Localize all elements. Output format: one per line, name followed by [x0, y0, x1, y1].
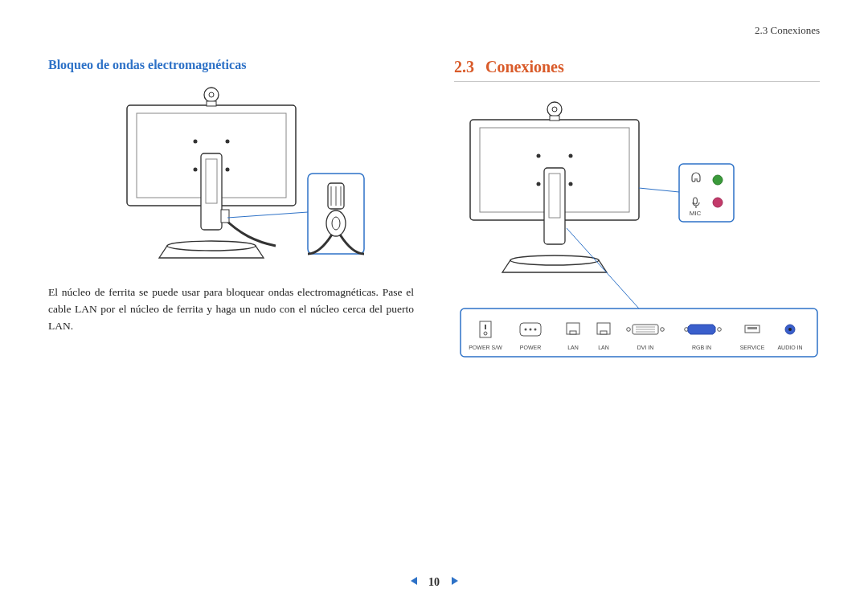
- next-page-arrow-icon[interactable]: [443, 576, 467, 589]
- svg-line-20: [227, 212, 308, 218]
- svg-point-32: [510, 255, 599, 265]
- prev-page-arrow-icon[interactable]: [402, 576, 426, 589]
- section-heading-conexiones: 2.3Conexiones: [454, 58, 820, 82]
- svg-point-57: [718, 328, 722, 332]
- page-number: 10: [428, 576, 440, 589]
- port-label-lan-2: LAN: [598, 345, 609, 350]
- svg-point-35: [713, 198, 723, 207]
- svg-point-7: [193, 168, 197, 172]
- port-label-lan-1: LAN: [567, 345, 579, 350]
- svg-point-26: [537, 154, 541, 158]
- svg-point-43: [525, 329, 527, 331]
- figure-monitor-connections: MIC POWER S/W: [454, 100, 820, 368]
- port-label-power-sw: POWER S/W: [469, 345, 502, 350]
- svg-point-50: [627, 328, 631, 332]
- page-footer: 10: [0, 575, 868, 589]
- svg-rect-47: [570, 331, 576, 334]
- svg-line-36: [639, 188, 679, 192]
- svg-point-24: [552, 107, 557, 112]
- svg-rect-31: [549, 174, 560, 218]
- left-running-head: [48, 24, 414, 39]
- svg-rect-49: [600, 331, 607, 334]
- svg-point-44: [530, 329, 532, 331]
- svg-point-11: [167, 241, 256, 251]
- svg-rect-12: [221, 210, 229, 223]
- svg-point-55: [661, 328, 665, 332]
- section-number: 2.3: [454, 58, 474, 76]
- port-label-rgb: RGB IN: [692, 345, 711, 350]
- svg-rect-25: [550, 116, 559, 121]
- port-label-audio: AUDIO IN: [777, 345, 802, 350]
- svg-point-5: [193, 140, 197, 144]
- paragraph-ferrite: El núcleo de ferrita se puede usar para …: [48, 284, 414, 335]
- svg-rect-59: [747, 327, 757, 329]
- port-label-dvi: DVI IN: [637, 345, 654, 350]
- svg-rect-10: [206, 159, 217, 203]
- port-label-power: POWER: [520, 345, 541, 350]
- svg-rect-33: [679, 164, 734, 222]
- svg-point-19: [332, 217, 340, 230]
- svg-point-6: [225, 140, 229, 144]
- mic-label: MIC: [690, 210, 702, 217]
- section-title: Conexiones: [485, 58, 564, 76]
- svg-point-27: [569, 154, 573, 158]
- svg-point-34: [713, 175, 723, 185]
- running-head: 2.3 Conexiones: [454, 24, 820, 39]
- svg-rect-4: [207, 101, 216, 106]
- port-label-service: SERVICE: [740, 345, 765, 350]
- svg-point-8: [225, 168, 229, 172]
- subheading-electromagnetic: Bloqueo de ondas electromagnéticas: [48, 58, 414, 72]
- svg-point-45: [534, 329, 537, 331]
- svg-point-61: [788, 328, 792, 331]
- svg-point-29: [569, 182, 573, 186]
- figure-monitor-ferrite: [48, 85, 414, 273]
- svg-point-3: [209, 92, 214, 97]
- svg-point-28: [537, 182, 541, 186]
